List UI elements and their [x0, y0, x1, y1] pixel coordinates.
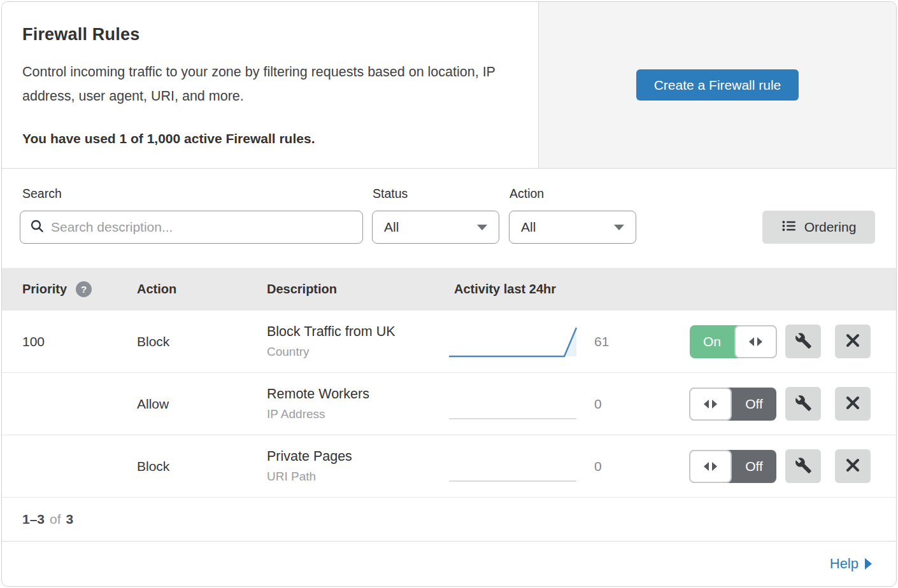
column-activity: Activity last 24hr: [448, 282, 556, 297]
pagination-total: 3: [66, 512, 74, 527]
help-bar: Help: [2, 541, 896, 586]
arrow-right-icon: [712, 400, 717, 409]
edit-rule-button[interactable]: [785, 325, 821, 358]
firewall-rule-row: 100 Block Block Traffic from UK Country …: [2, 311, 896, 373]
rule-enabled-toggle[interactable]: On: [690, 325, 776, 358]
column-action: Action: [137, 282, 267, 297]
activity-count: 0: [594, 396, 639, 412]
rule-controls: On: [690, 325, 871, 358]
close-icon: [845, 458, 860, 475]
chevron-down-icon: [614, 225, 624, 230]
rule-match-type: Country: [267, 345, 448, 359]
rule-controls: Off: [690, 387, 871, 421]
activity-count: 61: [594, 334, 639, 349]
edit-rule-button[interactable]: [785, 449, 821, 483]
rule-match-type: URI Path: [267, 470, 448, 484]
page-title: Firewall Rules: [22, 25, 513, 45]
list-icon: [781, 218, 797, 237]
rule-priority: 100: [22, 334, 137, 349]
status-select[interactable]: All: [372, 211, 499, 244]
chevron-down-icon: [477, 225, 487, 230]
search-icon: [29, 218, 45, 236]
delete-rule-button[interactable]: [835, 387, 871, 421]
action-label: Action: [510, 186, 544, 201]
ordering-button[interactable]: Ordering: [762, 211, 875, 244]
usage-note: You have used 1 of 1,000 active Firewall…: [22, 131, 513, 146]
header-action-panel: Create a Firewall rule: [539, 2, 896, 168]
pagination-of: of: [50, 512, 61, 527]
search-box[interactable]: [20, 211, 363, 244]
firewall-rule-row: Block Private Pages URI Path 0 Off: [2, 435, 896, 498]
status-selected-value: All: [384, 220, 399, 235]
arrow-left-icon: [704, 400, 709, 409]
activity-sparkline: [448, 325, 578, 359]
edit-rule-button[interactable]: [785, 387, 821, 421]
rule-enabled-toggle[interactable]: Off: [690, 450, 776, 483]
toggle-off-label: Off: [732, 450, 776, 483]
column-priority: Priority: [22, 282, 67, 297]
arrow-right-icon: [865, 558, 872, 570]
page-description: Control incoming traffic to your zone by…: [22, 60, 513, 108]
toggle-off-label: Off: [732, 388, 776, 421]
filters-section: Search Status All Action All: [2, 169, 896, 268]
column-description: Description: [267, 282, 448, 297]
toggle-knob[interactable]: [689, 450, 732, 483]
help-link[interactable]: Help: [830, 556, 872, 572]
arrow-right-icon: [757, 337, 762, 346]
delete-rule-button[interactable]: [835, 325, 871, 358]
pagination-range: 1–3: [22, 512, 45, 527]
rule-name: Private Pages: [267, 449, 448, 465]
rule-name: Block Traffic from UK: [267, 324, 448, 340]
arrow-left-icon: [704, 462, 709, 471]
table-header: Priority ? Action Description Activity l…: [2, 268, 896, 311]
wrench-icon: [795, 457, 812, 476]
rule-description: Block Traffic from UK Country: [267, 324, 448, 359]
toggle-on-label: On: [690, 325, 734, 358]
wrench-icon: [795, 332, 812, 351]
priority-help-icon[interactable]: ?: [76, 281, 92, 297]
rule-description: Private Pages URI Path: [267, 449, 448, 484]
close-icon: [845, 395, 860, 412]
activity-count: 0: [594, 459, 639, 474]
rule-action: Allow: [137, 396, 267, 412]
rule-enabled-toggle[interactable]: Off: [690, 388, 776, 421]
activity-sparkline: [448, 449, 578, 484]
pagination-bar: 1–3 of 3: [2, 498, 896, 541]
firewall-rules-panel: Firewall Rules Control incoming traffic …: [1, 1, 897, 587]
help-link-label: Help: [830, 556, 859, 572]
rule-match-type: IP Address: [267, 407, 448, 421]
arrow-right-icon: [712, 462, 717, 471]
wrench-icon: [795, 395, 812, 414]
toggle-knob[interactable]: [734, 325, 777, 358]
action-selected-value: All: [521, 220, 536, 235]
close-icon: [845, 333, 860, 350]
rule-action: Block: [137, 334, 267, 349]
header-section: Firewall Rules Control incoming traffic …: [2, 2, 896, 169]
ordering-button-label: Ordering: [804, 220, 857, 235]
firewall-rule-row: Allow Remote Workers IP Address 0 Off: [2, 373, 896, 435]
rule-action: Block: [137, 459, 267, 474]
search-input[interactable]: [51, 220, 353, 235]
rule-controls: Off: [690, 449, 871, 483]
rule-name: Remote Workers: [267, 386, 448, 402]
search-label: Search: [22, 186, 62, 201]
rule-description: Remote Workers IP Address: [267, 386, 448, 421]
create-firewall-rule-button[interactable]: Create a Firewall rule: [636, 69, 799, 101]
arrow-left-icon: [749, 337, 754, 346]
header-text-block: Firewall Rules Control incoming traffic …: [2, 2, 539, 168]
activity-sparkline: [448, 387, 578, 421]
status-label: Status: [373, 186, 408, 201]
action-select[interactable]: All: [509, 211, 636, 244]
delete-rule-button[interactable]: [835, 449, 871, 483]
toggle-knob[interactable]: [689, 388, 732, 421]
